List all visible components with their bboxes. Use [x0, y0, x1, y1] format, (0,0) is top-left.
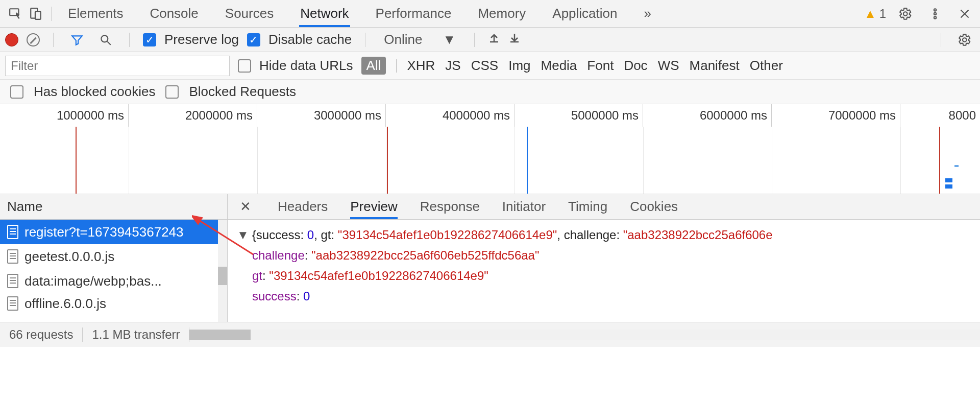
- tab-memory[interactable]: Memory: [477, 0, 527, 27]
- timeline-bar: [945, 178, 952, 182]
- detail-tab-headers[interactable]: Headers: [278, 194, 328, 219]
- timeline-overview[interactable]: 1000000 ms 2000000 ms 3000000 ms 4000000…: [0, 104, 980, 194]
- timeline-bar: [954, 165, 959, 167]
- expand-toggle-icon[interactable]: ▼: [237, 228, 249, 242]
- devtools-main-toolbar: Elements Console Sources Network Perform…: [0, 0, 980, 28]
- resource-type-filters: All XHR JS CSS Img Media Font Doc WS Man…: [361, 57, 783, 75]
- network-settings-icon[interactable]: [954, 30, 975, 50]
- scrollbar-track[interactable]: [218, 220, 227, 322]
- inspect-element-icon[interactable]: [5, 4, 26, 24]
- request-row[interactable]: register?t=1673945367243: [0, 220, 227, 244]
- throttling-select[interactable]: Online ▼: [379, 32, 461, 48]
- request-name: geetest.0.0.0.js: [24, 249, 114, 265]
- request-row[interactable]: data:image/webp;bas...: [0, 269, 227, 293]
- close-detail-icon[interactable]: ✕: [236, 199, 255, 215]
- network-split-view: Name register?t=1673945367243 geetest.0.…: [0, 194, 980, 322]
- tab-elements[interactable]: Elements: [67, 0, 124, 27]
- detail-tab-preview[interactable]: Preview: [350, 194, 397, 219]
- timeline-tick: 2000000 ms: [129, 104, 257, 127]
- tab-application[interactable]: Application: [551, 0, 618, 27]
- download-har-icon[interactable]: [508, 32, 521, 48]
- close-devtools-icon[interactable]: [954, 4, 975, 24]
- detail-tab-cookies[interactable]: Cookies: [630, 194, 678, 219]
- svg-point-3: [934, 9, 936, 11]
- tab-sources[interactable]: Sources: [224, 0, 275, 27]
- preview-value: "39134c54afef1e0b19228627406614e9": [269, 269, 488, 283]
- divider: [474, 33, 475, 47]
- svg-point-6: [101, 35, 108, 42]
- filter-bar: Hide data URLs All XHR JS CSS Img Media …: [0, 52, 980, 80]
- divider: [365, 33, 365, 47]
- timeline-marker: [939, 127, 940, 194]
- hide-data-urls-checkbox[interactable]: [238, 59, 251, 73]
- has-blocked-cookies-checkbox[interactable]: [10, 85, 23, 99]
- type-css[interactable]: CSS: [471, 58, 498, 74]
- scrollbar-thumb[interactable]: [218, 267, 227, 285]
- kebab-menu-icon[interactable]: [925, 4, 945, 24]
- chevron-down-icon: ▼: [443, 32, 456, 48]
- timeline-tick: 8000: [900, 104, 980, 127]
- record-button[interactable]: [5, 33, 18, 46]
- scrollbar-thumb[interactable]: [189, 330, 251, 340]
- timeline-cursor[interactable]: [527, 127, 528, 194]
- status-request-count: 66 requests: [0, 327, 83, 342]
- device-toolbar-icon[interactable]: [26, 4, 46, 24]
- more-tabs-icon[interactable]: »: [643, 0, 652, 27]
- search-icon[interactable]: [95, 30, 116, 50]
- warning-icon: ▲: [864, 7, 876, 21]
- type-xhr[interactable]: XHR: [407, 58, 435, 74]
- type-font[interactable]: Font: [587, 58, 614, 74]
- request-list-header[interactable]: Name: [0, 194, 227, 220]
- disable-cache-checkbox[interactable]: ✓: [247, 33, 260, 46]
- detail-tab-initiator[interactable]: Initiator: [502, 194, 546, 219]
- preview-value: 0: [307, 228, 314, 242]
- request-row[interactable]: geetest.0.0.0.js: [0, 244, 227, 269]
- request-list[interactable]: register?t=1673945367243 geetest.0.0.0.j…: [0, 220, 227, 322]
- type-ws[interactable]: WS: [658, 58, 679, 74]
- detail-tab-response[interactable]: Response: [420, 194, 480, 219]
- type-img[interactable]: Img: [508, 58, 530, 74]
- timeline-marker: [387, 127, 388, 194]
- type-all[interactable]: All: [361, 57, 386, 75]
- panel-tabs: Elements Console Sources Network Perform…: [67, 0, 652, 27]
- blocked-requests-checkbox[interactable]: [165, 85, 179, 99]
- type-media[interactable]: Media: [541, 58, 577, 74]
- filter-toggle-icon[interactable]: [67, 30, 87, 50]
- clear-button[interactable]: [27, 33, 40, 46]
- preview-key: challenge: [252, 248, 305, 262]
- preview-value: 0: [303, 289, 310, 303]
- type-js[interactable]: JS: [445, 58, 460, 74]
- type-manifest[interactable]: Manifest: [690, 58, 740, 74]
- blocked-filters-bar: Has blocked cookies Blocked Requests: [0, 80, 980, 104]
- timeline-tick: 7000000 ms: [772, 104, 900, 127]
- horizontal-scrollbar[interactable]: [189, 330, 980, 340]
- timeline-tick: 1000000 ms: [0, 104, 129, 127]
- detail-tab-timing[interactable]: Timing: [568, 194, 607, 219]
- settings-icon[interactable]: [895, 4, 916, 24]
- timeline-bar: [945, 184, 952, 189]
- status-transferred: 1.1 MB transferr: [83, 327, 189, 342]
- request-row[interactable]: offline.6.0.0.js: [0, 293, 227, 314]
- filter-input[interactable]: [5, 56, 230, 76]
- preview-value: "aab3238922bcc25a6f606e: [623, 228, 773, 242]
- has-blocked-cookies-label: Has blocked cookies: [34, 84, 155, 100]
- preserve-log-checkbox[interactable]: ✓: [143, 33, 156, 46]
- type-doc[interactable]: Doc: [624, 58, 647, 74]
- upload-har-icon[interactable]: [488, 32, 500, 48]
- preview-content[interactable]: ▼{success: 0, gt: "39134c54afef1e0b19228…: [228, 220, 980, 322]
- timeline-tick: 3000000 ms: [257, 104, 386, 127]
- warnings-badge[interactable]: ▲ 1: [864, 7, 886, 21]
- request-detail-panel: ✕ Headers Preview Response Initiator Tim…: [228, 194, 980, 322]
- tab-network[interactable]: Network: [299, 0, 350, 27]
- document-icon: [7, 274, 18, 288]
- tab-performance[interactable]: Performance: [375, 0, 453, 27]
- timeline-tick: 6000000 ms: [643, 104, 772, 127]
- warnings-count: 1: [879, 7, 886, 21]
- throttling-value: Online: [384, 32, 422, 48]
- timeline-marker: [76, 127, 77, 194]
- preview-key: success: [252, 289, 297, 303]
- document-icon: [7, 225, 18, 239]
- type-other[interactable]: Other: [750, 58, 783, 74]
- tab-console[interactable]: Console: [149, 0, 199, 27]
- document-icon: [7, 296, 18, 311]
